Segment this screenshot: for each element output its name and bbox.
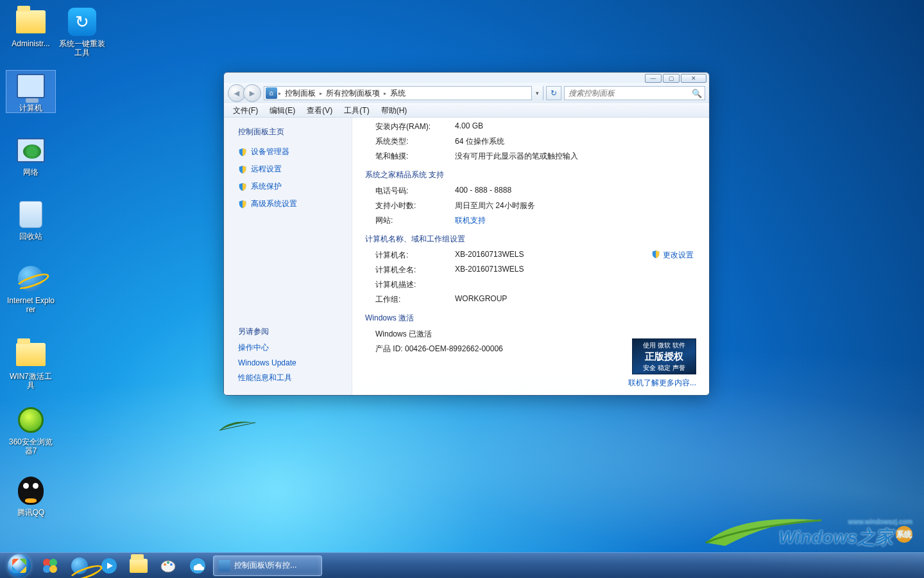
menu-tools[interactable]: 工具(T): [339, 104, 374, 118]
nav-toolbar: ◄ ► ⛭ ▸ 控制面板 ▸ 所有控制面板项 ▸ 系统 ▾ ↻ 🔍: [224, 83, 709, 103]
hours-label: 支持小时数:: [365, 200, 455, 211]
change-settings-link[interactable]: 更改设置: [651, 250, 694, 261]
taskbar-icon-ie[interactable]: [65, 554, 94, 577]
icon-label: 系统一键重装工具: [58, 39, 107, 57]
qq-icon: [18, 477, 44, 505]
control-panel-icon: [219, 560, 230, 572]
desktop-icon-win7-activator[interactable]: WIN7激活工具: [6, 339, 55, 390]
start-button[interactable]: [4, 554, 35, 578]
see-also-windows-update[interactable]: Windows Update: [238, 358, 344, 367]
taskbar-icon-explorer[interactable]: [124, 554, 153, 577]
content-pane: 安装内存(RAM):4.00 GB 系统类型:64 位操作系统 笔和触摸:没有可…: [352, 118, 709, 395]
link-label: 更改设置: [663, 250, 694, 261]
see-also-header: 另请参阅: [238, 326, 344, 337]
shield-icon: [238, 200, 247, 209]
taskbar-icon-cloud[interactable]: [184, 554, 212, 577]
system-window: — ▢ ✕ ◄ ► ⛭ ▸ 控制面板 ▸ 所有控制面板项 ▸ 系统 ▾ ↻ 🔍 …: [223, 72, 710, 396]
learn-more-link[interactable]: 联机了解更多内容...: [628, 378, 696, 389]
link-label: 设备管理器: [251, 146, 289, 157]
desktop-icon-qq[interactable]: 腾讯QQ: [6, 475, 55, 517]
cfull-value: XB-20160713WELS: [455, 265, 696, 276]
see-also-performance[interactable]: 性能信息和工具: [238, 372, 344, 383]
minimize-button[interactable]: —: [645, 74, 662, 83]
shield-icon: [238, 165, 247, 174]
activation-header: Windows 激活: [365, 313, 696, 324]
cname-label: 计算机名:: [365, 250, 455, 261]
menu-file[interactable]: 文件(F): [228, 104, 263, 118]
folder-icon: [16, 10, 46, 33]
breadcrumb-seg[interactable]: 所有控制面板项: [322, 88, 384, 99]
sidebar-link-device-manager[interactable]: 设备管理器: [238, 146, 344, 157]
badge-line: 安全 稳定 声誉: [643, 363, 685, 372]
titlebar[interactable]: — ▢ ✕: [224, 73, 709, 83]
shield-icon: [238, 148, 247, 157]
swoosh-decoration: [699, 507, 828, 552]
wg-label: 工作组:: [365, 294, 455, 305]
app-icon: ↻: [68, 8, 96, 36]
icon-label: 腾讯QQ: [17, 508, 45, 517]
search-icon[interactable]: 🔍: [689, 89, 705, 98]
desktop-icon-sys-reinstall[interactable]: ↻ 系统一键重装工具: [58, 6, 107, 57]
sidebar-link-remote[interactable]: 远程设置: [238, 164, 344, 175]
address-bar[interactable]: ⛭ ▸ 控制面板 ▸ 所有控制面板项 ▸ 系统 ▾: [264, 86, 543, 100]
link-label: 高级系统设置: [251, 198, 297, 209]
desktop-icon-recycle[interactable]: 回收站: [6, 199, 55, 241]
refresh-button[interactable]: ↻: [546, 86, 561, 100]
address-dropdown[interactable]: ▾: [531, 86, 543, 100]
pen-label: 笔和触摸:: [365, 151, 455, 162]
task-label: 控制面板\所有控...: [234, 560, 296, 571]
ie-icon: [18, 266, 44, 292]
menu-help[interactable]: 帮助(H): [376, 104, 413, 118]
cdesc-value: [455, 279, 696, 290]
taskbar-icon-multicolor[interactable]: [36, 554, 64, 577]
watermark-badge: 系统: [896, 526, 912, 543]
network-icon: [17, 138, 45, 162]
search-box[interactable]: 🔍: [564, 86, 705, 100]
systype-label: 系统类型:: [365, 136, 455, 147]
desktop-icon-administrator[interactable]: Administr...: [6, 6, 55, 48]
breadcrumb-seg[interactable]: 系统: [386, 88, 409, 99]
link-label: 远程设置: [251, 164, 282, 175]
sidebar: 控制面板主页 设备管理器 远程设置 系统保护 高级系统设置 另请参阅 操作中心 …: [224, 118, 352, 395]
icon-label: 网络: [23, 168, 38, 177]
taskbar: 控制面板\所有控...: [0, 552, 924, 578]
badge-line: 使用 微软 软件: [643, 341, 685, 350]
sidebar-home[interactable]: 控制面板主页: [238, 127, 344, 137]
control-panel-icon: ⛭: [266, 87, 277, 99]
folder-icon: [130, 559, 148, 573]
cfull-label: 计算机全名:: [365, 265, 455, 276]
shield-icon: [238, 182, 247, 191]
maximize-button[interactable]: ▢: [663, 74, 680, 83]
desktop-icon-network[interactable]: 网络: [6, 135, 55, 177]
phone-label: 电话号码:: [365, 186, 455, 197]
windows-orb-icon: [8, 554, 31, 577]
svg-point-8: [170, 563, 173, 566]
menu-bar: 文件(F) 编辑(E) 查看(V) 工具(T) 帮助(H): [224, 103, 709, 118]
online-support-link[interactable]: 联机支持: [455, 215, 696, 226]
menu-view[interactable]: 查看(V): [302, 104, 338, 118]
breadcrumb-seg[interactable]: 控制面板: [281, 88, 320, 99]
computer-icon: [17, 74, 45, 98]
menu-edit[interactable]: 编辑(E): [264, 104, 300, 118]
taskbar-active-window[interactable]: 控制面板\所有控...: [213, 556, 322, 576]
icon-label: Administr...: [12, 39, 49, 48]
sidebar-link-protection[interactable]: 系统保护: [238, 181, 344, 192]
close-button[interactable]: ✕: [681, 74, 706, 83]
cdesc-label: 计算机描述:: [365, 279, 455, 290]
icon-label: 计算机: [19, 103, 42, 112]
ram-label: 安装内存(RAM):: [365, 121, 455, 132]
sidebar-link-advanced[interactable]: 高级系统设置: [238, 198, 344, 209]
shield-icon: [651, 250, 660, 261]
see-also-action-center[interactable]: 操作中心: [238, 342, 344, 353]
watermark-main: Windows之家: [778, 527, 893, 547]
icon-label: 360安全浏览器7: [6, 437, 55, 455]
desktop-icon-ie[interactable]: Internet Explorer: [6, 263, 55, 314]
search-input[interactable]: [565, 89, 689, 98]
site-label: 网站:: [365, 215, 455, 226]
taskbar-icon-paint[interactable]: [154, 554, 182, 577]
svg-point-7: [167, 561, 169, 564]
desktop-icon-360-browser[interactable]: 360安全浏览器7: [6, 405, 55, 455]
svg-point-3: [49, 565, 57, 573]
forward-button[interactable]: ►: [243, 84, 261, 102]
desktop-icon-computer[interactable]: 计算机: [6, 71, 55, 112]
